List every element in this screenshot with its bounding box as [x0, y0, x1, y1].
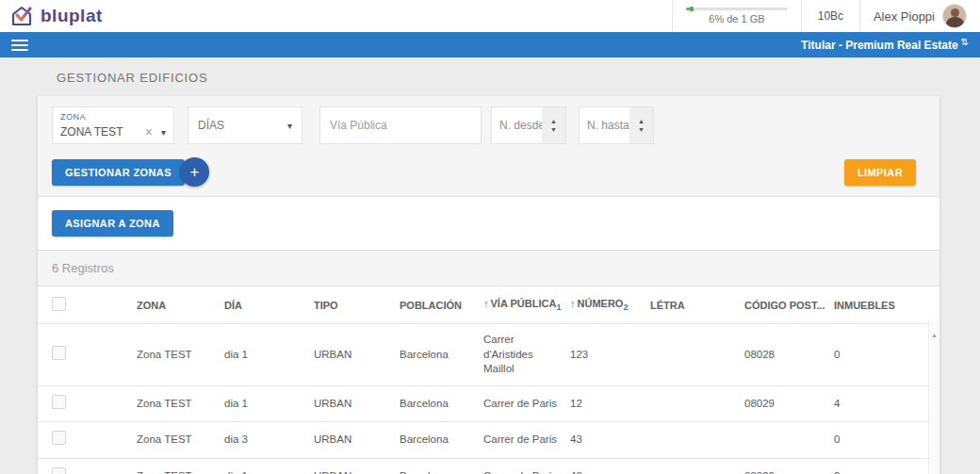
select-all-checkbox[interactable]: [52, 297, 66, 311]
scroll-up-icon[interactable]: ▲: [931, 332, 938, 338]
house-check-logo-icon: [9, 4, 34, 28]
column-header-poblacion[interactable]: POBLACIÓN: [400, 286, 483, 324]
stepper-up-icon[interactable]: ▲: [550, 118, 557, 124]
logo-text: bluplat: [41, 6, 103, 26]
sort-order-badge: 2: [623, 302, 628, 312]
logo[interactable]: bluplat: [0, 0, 103, 32]
zona-select-value: ZONA TEST: [60, 125, 145, 139]
table-row: Zona TEST dia 1 URBAN Barcelona Carrer d…: [38, 324, 939, 386]
account-selector[interactable]: Titular - Premium Real Estate ⇅: [801, 39, 969, 52]
records-count: 6 Registros: [38, 251, 939, 286]
gestionar-zonas-button[interactable]: GESTIONAR ZONAS: [52, 159, 185, 186]
stepper-down-icon[interactable]: ▼: [638, 126, 645, 133]
storage-label: 6% de 1 GB: [709, 13, 764, 25]
column-header-dia[interactable]: DÍA: [224, 286, 314, 324]
numero-desde-stepper[interactable]: ▲ ▼: [491, 106, 566, 144]
asignar-section: ASIGNAR A ZONA: [38, 197, 939, 251]
numero-hasta-stepper[interactable]: ▲ ▼: [579, 106, 654, 144]
table-row: Zona TEST dia 3 URBAN Barcelona Carrer d…: [38, 422, 939, 459]
add-zone-button[interactable]: +: [180, 157, 209, 187]
top-bar: bluplat 6% de 1 GB 10Bc Alex Pioppi: [0, 0, 980, 32]
page-title: GESTIONAR EDIFICIOS: [57, 71, 980, 85]
table-row: Zona TEST dia 1 URBAN Barcelona Carrer d…: [38, 458, 939, 474]
user-name: Alex Pioppi: [874, 9, 935, 24]
table-row: Zona TEST dia 1 URBAN Barcelona Carrer d…: [38, 385, 939, 422]
column-header-letra[interactable]: LÉTRA: [650, 286, 744, 324]
user-avatar[interactable]: [942, 4, 967, 28]
column-header-codigo-postal[interactable]: CÓDIGO POST...: [744, 286, 834, 324]
numero-hasta-input[interactable]: [580, 107, 629, 143]
stepper-up-icon[interactable]: ▲: [638, 118, 645, 124]
row-checkbox[interactable]: [52, 431, 66, 445]
row-checkbox[interactable]: [52, 467, 66, 474]
row-checkbox[interactable]: [52, 346, 66, 360]
via-publica-input[interactable]: [319, 106, 482, 144]
account-label: Titular - Premium Real Estate: [801, 39, 958, 52]
plan-code-badge: 10Bc: [801, 0, 859, 32]
sort-asc-icon: ↑: [483, 298, 489, 309]
buildings-table: ZONA DÍA TIPO POBLACIÓN ↑VÍA PÚBLICA1 ↑N…: [38, 286, 939, 474]
zona-select-label: ZONA: [60, 112, 166, 122]
filter-section: ZONA ZONA TEST × ▾ DÍAS ▾ ▲ ▼: [38, 96, 939, 197]
column-header-via-publica[interactable]: ↑VÍA PÚBLICA1: [483, 286, 570, 324]
column-header-zona[interactable]: ZONA: [137, 286, 224, 324]
nav-bar: Titular - Premium Real Estate ⇅: [0, 32, 980, 57]
chevron-down-icon[interactable]: ▾: [161, 127, 166, 138]
table-header-row: ZONA DÍA TIPO POBLACIÓN ↑VÍA PÚBLICA1 ↑N…: [38, 286, 939, 324]
zona-select[interactable]: ZONA ZONA TEST × ▾: [52, 106, 174, 144]
table-scrollbar[interactable]: ▲: [928, 320, 939, 474]
stepper-arrows[interactable]: ▲ ▼: [629, 107, 653, 143]
stepper-down-icon[interactable]: ▼: [550, 126, 557, 133]
sort-asc-icon: ↑: [570, 298, 576, 309]
storage-usage: 6% de 1 GB: [672, 0, 801, 32]
sort-order-badge: 1: [556, 302, 561, 312]
dias-select[interactable]: DÍAS ▾: [188, 106, 302, 144]
row-checkbox[interactable]: [52, 395, 66, 409]
sort-updown-icon: ⇅: [961, 37, 969, 47]
column-header-inmuebles[interactable]: INMUEBLES: [834, 286, 939, 324]
column-header-tipo[interactable]: TIPO: [314, 286, 400, 324]
numero-desde-input[interactable]: [492, 107, 542, 143]
storage-progress-bar: [686, 8, 788, 10]
asignar-a-zona-button[interactable]: ASIGNAR A ZONA: [52, 210, 173, 237]
dias-select-placeholder: DÍAS: [198, 119, 224, 132]
clear-icon[interactable]: ×: [145, 124, 153, 139]
column-header-numero[interactable]: ↑NÚMERO2: [570, 286, 650, 324]
chevron-down-icon: ▾: [287, 121, 292, 131]
user-menu[interactable]: Alex Pioppi: [859, 0, 980, 32]
hamburger-menu-icon[interactable]: [11, 37, 28, 54]
buildings-card: ZONA ZONA TEST × ▾ DÍAS ▾ ▲ ▼: [38, 96, 939, 474]
limpiar-button[interactable]: LIMPIAR: [844, 159, 916, 186]
stepper-arrows[interactable]: ▲ ▼: [542, 107, 565, 143]
storage-progress-fill: [686, 8, 692, 10]
